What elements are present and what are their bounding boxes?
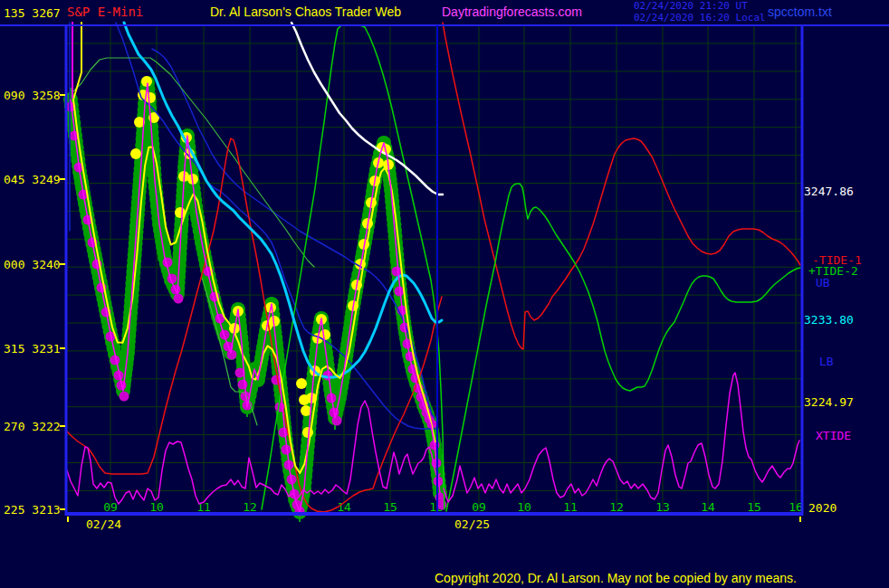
hour-label: 15 bbox=[383, 500, 397, 514]
white-ma-line bbox=[292, 23, 443, 194]
price-axis-label: 270 3222 bbox=[4, 420, 61, 433]
hour-label: 09 bbox=[472, 500, 486, 514]
sell-signal-dot bbox=[437, 500, 447, 510]
price-axis-label: 000 3240 bbox=[4, 258, 61, 271]
hour-label: 09 bbox=[103, 500, 118, 514]
timestamp-ut: 02/24/2020 21:20 UT bbox=[634, 0, 748, 12]
symbol-label: S&P E-Mini bbox=[67, 5, 143, 19]
sell-signal-dot bbox=[119, 392, 129, 402]
right-margin-label: 3224.97 bbox=[804, 395, 854, 409]
chart-canvas: 091011121314151602/24091011121314151602/… bbox=[0, 0, 889, 588]
buy-signal-dot bbox=[130, 148, 141, 159]
hour-label: 15 bbox=[747, 500, 761, 514]
site-link[interactable]: Daytradingforecasts.com bbox=[442, 5, 582, 19]
right-margin-label: 3247.86 bbox=[804, 185, 854, 198]
hour-label: 10 bbox=[149, 500, 164, 514]
data-file-label: spcctom.txt bbox=[768, 5, 832, 19]
right-margin-label: LB bbox=[819, 355, 834, 368]
hour-label: 16 bbox=[789, 500, 803, 514]
page-title: Dr. Al Larson's Chaos Trader Web bbox=[210, 5, 401, 19]
chaos-trader-chart-window: 091011121314151602/24091011121314151602/… bbox=[0, 0, 889, 588]
tide2-forecast-line bbox=[446, 184, 800, 511]
right-margin-label: 3233.80 bbox=[804, 313, 854, 327]
price-axis-label: 225 3213 bbox=[4, 503, 61, 517]
sell-signal-dot bbox=[174, 294, 184, 304]
xtide-line-day1 bbox=[67, 401, 440, 504]
hour-label: 13 bbox=[655, 500, 670, 514]
buy-signal-dot bbox=[296, 378, 307, 389]
right-margin-label: XTIDE bbox=[816, 429, 851, 442]
sell-signal-dot bbox=[238, 380, 248, 390]
hour-label: 14 bbox=[701, 500, 715, 514]
price-axis-label: 090 3258 bbox=[4, 89, 61, 102]
date-label: 02/24 bbox=[86, 517, 121, 531]
price-axis-label: 135 3267 bbox=[4, 6, 61, 20]
right-margin-label: 2020 bbox=[808, 501, 836, 515]
hour-label: 12 bbox=[243, 500, 257, 514]
price-axis-label: 045 3249 bbox=[4, 173, 61, 186]
hour-label: 11 bbox=[563, 500, 578, 514]
copyright-notice: Copyright 2020, Dr. Al Larson. May not b… bbox=[435, 571, 797, 585]
date-label: 02/25 bbox=[454, 517, 490, 531]
sell-signal-dot bbox=[332, 416, 342, 426]
xtide-forecast-line bbox=[444, 373, 799, 502]
right-margin-label: UB bbox=[816, 276, 830, 289]
hour-label: 10 bbox=[517, 500, 531, 514]
hour-label: 12 bbox=[609, 500, 624, 514]
price-axis-label: 315 3231 bbox=[4, 342, 61, 356]
timestamp-local: 02/24/2020 16:20 Local bbox=[634, 12, 766, 24]
